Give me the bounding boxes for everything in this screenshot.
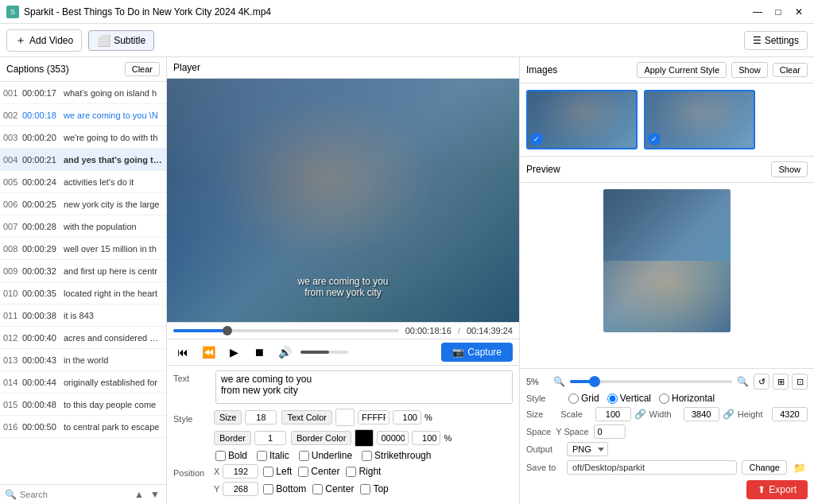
saveto-path-input[interactable] — [567, 460, 737, 475]
preview-show-button[interactable]: Show — [771, 161, 808, 177]
caption-row[interactable]: 00400:00:21and yes that's going to ir — [0, 149, 166, 171]
height-input[interactable] — [772, 407, 808, 421]
text-color-pct-label: % — [424, 413, 432, 422]
apply-style-button[interactable]: Apply Current Style — [637, 62, 727, 78]
caption-row[interactable]: 01600:00:50to central park to escape — [0, 416, 166, 438]
link-icon-2[interactable]: 🔗 — [723, 409, 735, 420]
rewind-button[interactable]: ⏮ — [173, 343, 192, 362]
border-color-pct[interactable] — [412, 431, 440, 445]
zoom-out-icon[interactable]: 🔍 — [553, 376, 565, 387]
left-align[interactable]: Left — [263, 466, 292, 477]
scale-input[interactable] — [595, 407, 631, 421]
caption-row[interactable]: 00800:00:29well over 15 million in th — [0, 238, 166, 260]
text-color-swatch[interactable] — [335, 409, 355, 426]
caption-row[interactable]: 00200:00:18we are coming to you \N — [0, 104, 166, 126]
underline-checkbox[interactable]: Underline — [299, 450, 352, 461]
width-input[interactable] — [684, 407, 719, 421]
border-color-swatch[interactable] — [355, 429, 374, 447]
zoom-fit-button[interactable]: ⊡ — [792, 374, 808, 390]
subtitle-button[interactable]: ⬜ Subtitle — [88, 30, 154, 51]
style-setting-row: Style Grid Vertical Horizontal — [526, 393, 808, 404]
bold-checkbox[interactable]: Bold — [215, 450, 247, 461]
close-button[interactable]: ✕ — [790, 3, 808, 21]
captions-clear-button[interactable]: Clear — [125, 62, 160, 76]
style-spacer — [173, 436, 209, 440]
check-badge-2: ✓ — [648, 133, 661, 145]
x-input[interactable] — [223, 464, 258, 479]
capture-button[interactable]: 📷 Capture — [441, 343, 513, 362]
captions-list[interactable]: 00100:00:17what's going on island h00200… — [0, 82, 166, 484]
caption-time: 00:00:18 — [22, 110, 64, 120]
zoom-copy-button[interactable]: ⊞ — [773, 374, 789, 390]
bottom-align[interactable]: Bottom — [263, 483, 306, 494]
size-input[interactable]: 18 — [245, 410, 277, 425]
scroll-down-button[interactable]: ▼ — [149, 488, 161, 501]
center-h-align[interactable]: Center — [298, 466, 339, 477]
maximize-button[interactable]: □ — [769, 3, 787, 21]
caption-number: 015 — [3, 400, 22, 409]
stop-button[interactable]: ⏹ — [250, 343, 269, 362]
caption-time: 00:00:44 — [22, 378, 64, 387]
strikethrough-checkbox[interactable]: Strikethrough — [362, 450, 431, 461]
right-align[interactable]: Right — [346, 466, 381, 477]
caption-row[interactable]: 00500:00:24activities let's do it — [0, 171, 166, 193]
text-color-hex[interactable] — [358, 410, 390, 425]
caption-row[interactable]: 01100:00:38it is 843 — [0, 304, 166, 327]
zoom-reset-button[interactable]: ↺ — [754, 374, 769, 390]
caption-row[interactable]: 00700:00:28with the population — [0, 215, 166, 238]
zoom-slider[interactable] — [570, 380, 732, 383]
zoom-thumb[interactable] — [589, 376, 600, 387]
caption-row[interactable]: 01400:00:44originally established for — [0, 371, 166, 394]
output-format-select[interactable]: PNG JPG — [567, 442, 608, 456]
search-input[interactable] — [20, 490, 130, 499]
video-area: we are coming to you from new york city — [167, 79, 519, 322]
text-input[interactable] — [215, 370, 513, 404]
y-space-input[interactable] — [594, 425, 626, 439]
folder-icon[interactable]: 📁 — [792, 459, 808, 475]
caption-row[interactable]: 00900:00:32and first up here is centr — [0, 260, 166, 282]
images-show-button[interactable]: Show — [731, 62, 768, 78]
y-label: Y — [214, 484, 219, 494]
play-button[interactable]: ▶ — [224, 343, 243, 362]
camera-icon: 📷 — [452, 347, 464, 358]
saveto-change-button[interactable]: Change — [742, 460, 787, 475]
image-thumb-2[interactable]: ✓ — [644, 90, 755, 149]
export-button[interactable]: ⬆ Export — [746, 480, 808, 499]
add-video-button[interactable]: ＋ Add Video — [6, 29, 82, 52]
vertical-radio[interactable]: Vertical — [607, 393, 651, 404]
volume-slider[interactable] — [300, 351, 348, 354]
timeline-slider[interactable] — [173, 329, 399, 332]
horizontal-radio[interactable]: Horizontal — [659, 393, 715, 404]
minimize-button[interactable]: — — [749, 3, 766, 21]
scroll-up-button[interactable]: ▲ — [133, 488, 145, 501]
border-color-hex[interactable] — [377, 431, 409, 445]
timeline-thumb[interactable] — [223, 326, 232, 335]
caption-row[interactable]: 01000:00:35located right in the heart — [0, 282, 166, 304]
volume-icon[interactable]: 🔊 — [275, 343, 294, 362]
link-icon[interactable]: 🔗 — [634, 409, 646, 420]
center-v-align[interactable]: Center — [312, 483, 354, 494]
border-color-label: Border Color — [291, 431, 351, 445]
top-align[interactable]: Top — [360, 483, 388, 494]
caption-text: located right in the heart — [64, 289, 163, 298]
saveto-row: Save to Change 📁 — [526, 459, 808, 475]
grid-radio[interactable]: Grid — [568, 393, 599, 404]
y-input[interactable] — [223, 482, 258, 496]
preview-content — [520, 183, 814, 339]
caption-row[interactable]: 01300:00:43in the world — [0, 349, 166, 371]
image-thumb-1[interactable]: ✓ — [526, 90, 638, 149]
step-back-button[interactable]: ⏪ — [199, 343, 218, 362]
settings-button[interactable]: ☰ Settings — [744, 31, 808, 50]
caption-row[interactable]: 00600:00:25new york city is the large — [0, 193, 166, 215]
zoom-in-icon[interactable]: 🔍 — [737, 376, 749, 387]
images-clear-button[interactable]: Clear — [773, 63, 808, 77]
caption-number: 010 — [3, 289, 22, 298]
text-color-pct[interactable] — [393, 410, 421, 425]
italic-checkbox[interactable]: Italic — [257, 450, 289, 461]
style-row-1: Style Size 18 Text Color % — [173, 409, 513, 426]
border-input[interactable] — [254, 431, 286, 445]
caption-row[interactable]: 01500:00:48to this day people come — [0, 394, 166, 416]
caption-row[interactable]: 00100:00:17what's going on island h — [0, 82, 166, 104]
caption-row[interactable]: 01200:00:40acres and considered one — [0, 327, 166, 349]
caption-row[interactable]: 00300:00:20we're going to do with th — [0, 126, 166, 149]
